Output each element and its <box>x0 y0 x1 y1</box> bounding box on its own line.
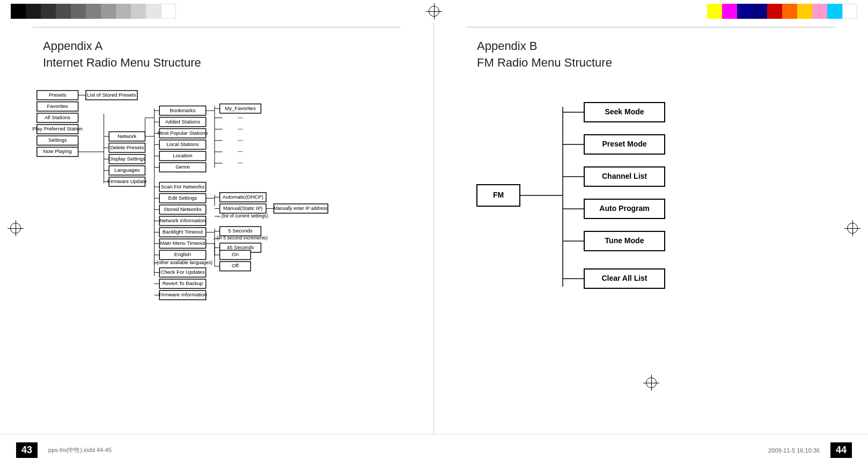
svg-text:Now Playing: Now Playing <box>43 148 72 154</box>
svg-text:...(list of current settings): ...(list of current settings) <box>218 213 269 219</box>
svg-text:—: — <box>238 159 243 165</box>
svg-text:Scan For Networks: Scan For Networks <box>161 183 205 189</box>
svg-text:...(other available languages): ...(other available languages) <box>153 259 212 265</box>
page-number-left: 43 <box>16 442 38 458</box>
page-rule-left <box>33 27 401 27</box>
page-right: Appendix B FM Radio Menu Structure .fmbo… <box>434 23 868 434</box>
left-diagram: .box { fill: white; stroke: black; strok… <box>21 80 433 434</box>
svg-text:Most Popular Stations: Most Popular Stations <box>158 129 208 135</box>
svg-text:All Stations: All Stations <box>45 114 70 120</box>
page-left: Appendix A Internet Radio Menu Structure… <box>0 23 434 434</box>
page-rule-right <box>467 27 836 27</box>
bottom-bar: 43 pps-fm(中性).indd 44-45 2009-11-5 16:10… <box>0 434 868 466</box>
bottom-right: 2009-11-5 16:10:36 44 <box>434 434 868 466</box>
svg-text:Tune Mode: Tune Mode <box>605 236 644 244</box>
svg-text:Automatic(DHCP): Automatic(DHCP) <box>223 193 263 199</box>
svg-text:45 Seconds: 45 Seconds <box>227 244 254 250</box>
svg-text:Presets: Presets <box>49 91 67 97</box>
top-bar-right <box>434 0 868 23</box>
svg-text:Play Preferred Station: Play Preferred Station <box>32 126 83 132</box>
svg-text:Firmware Update: Firmware Update <box>107 178 146 184</box>
top-bar-left <box>0 0 434 23</box>
top-bar <box>0 0 868 23</box>
svg-text:Firmware Information: Firmware Information <box>158 292 207 297</box>
fm-diagram: .fmbox { fill: white; stroke: black; str… <box>434 80 868 311</box>
svg-text:Local Stations: Local Stations <box>166 141 198 147</box>
svg-text:Backlight Timeout: Backlight Timeout <box>163 229 203 235</box>
svg-text:List of Stored Presets: List of Stored Presets <box>87 91 136 97</box>
svg-text:Network Information: Network Information <box>160 217 206 223</box>
svg-text:—: — <box>238 148 243 154</box>
main-content: Appendix A Internet Radio Menu Structure… <box>0 23 868 434</box>
svg-text:Settings: Settings <box>48 137 67 143</box>
fm-tree-svg: .fmbox { fill: white; stroke: black; str… <box>466 85 788 311</box>
svg-text:Languages: Languages <box>114 167 140 173</box>
menu-tree-svg: .box { fill: white; stroke: black; strok… <box>21 80 408 348</box>
svg-text:Main Menu Timeout: Main Menu Timeout <box>160 240 205 246</box>
svg-text:Bookmarks: Bookmarks <box>170 107 196 113</box>
color-strip <box>707 4 857 19</box>
page-number-right: 44 <box>830 442 852 458</box>
page-title-right: Appendix B FM Radio Menu Structure <box>477 38 868 71</box>
svg-text:Auto Program: Auto Program <box>599 203 649 212</box>
svg-text:Manually enter IP address: Manually enter IP address <box>274 205 327 210</box>
svg-text:Display Settings: Display Settings <box>108 155 145 161</box>
svg-text:...(in 5 second increments): ...(in 5 second increments) <box>213 235 268 241</box>
reg-mark-bottom-center <box>643 375 659 391</box>
svg-text:Edit Settings: Edit Settings <box>168 194 197 200</box>
svg-text:Seek Mode: Seek Mode <box>605 107 644 115</box>
svg-text:5 Seconds: 5 Seconds <box>228 228 252 234</box>
bottom-datetime: 2009-11-5 16:10:36 <box>768 447 820 454</box>
svg-text:My_Favorites: My_Favorites <box>225 105 256 111</box>
bottom-filename: pps-fm(中性).indd 44-45 <box>48 446 112 454</box>
svg-text:Location: Location <box>173 152 192 158</box>
svg-text:—: — <box>238 114 243 120</box>
bottom-left: 43 pps-fm(中性).indd 44-45 <box>0 434 434 466</box>
registration-mark-top-center <box>426 3 442 19</box>
svg-text:Off: Off <box>232 263 239 268</box>
page-title-left: Appendix A Internet Radio Menu Structure <box>43 38 433 71</box>
svg-text:Revert To Backup: Revert To Backup <box>163 280 203 286</box>
svg-text:Manual(Static IP): Manual(Static IP) <box>223 205 262 211</box>
svg-text:Clear All List: Clear All List <box>601 273 647 282</box>
svg-text:Check For Updates: Check For Updates <box>160 269 205 275</box>
svg-text:Preset Mode: Preset Mode <box>602 139 646 148</box>
svg-text:Stored Networks: Stored Networks <box>164 206 202 212</box>
svg-text:FM: FM <box>493 190 504 199</box>
svg-text:English: English <box>174 251 191 257</box>
svg-text:—: — <box>238 137 243 143</box>
svg-text:Added Stations: Added Stations <box>165 118 200 124</box>
svg-text:Delete Presets: Delete Presets <box>110 144 144 150</box>
svg-text:Channel List: Channel List <box>602 171 647 180</box>
svg-text:Genre: Genre <box>175 164 190 170</box>
svg-text:Network: Network <box>117 133 136 139</box>
grayscale-strip <box>11 4 176 19</box>
svg-text:—: — <box>238 126 243 132</box>
svg-text:On: On <box>232 251 239 257</box>
svg-text:Favorites: Favorites <box>47 103 69 108</box>
